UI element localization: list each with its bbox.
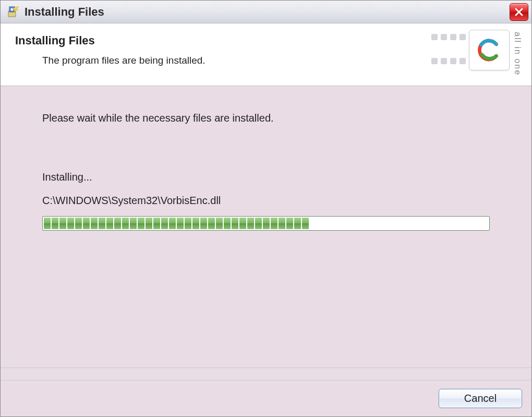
brand-badge: all in one [431,30,522,82]
installing-label: Installing... [42,171,490,183]
current-file-path: C:\WINDOWS\System32\VorbisEnc.dll [42,195,490,207]
installer-window: Installing Files Installing Files The pr… [0,0,532,417]
cancel-button[interactable]: Cancel [439,389,522,408]
header-section: Installing Files The program files are b… [1,23,531,86]
progress-bar [42,216,490,231]
logo-c-icon [475,36,503,64]
logo-card [469,30,510,70]
titlebar[interactable]: Installing Files [1,1,531,23]
body-section: Please wait while the necessary files ar… [1,86,531,368]
button-bar: Cancel [1,380,531,416]
close-button[interactable] [510,3,528,21]
installer-icon [7,6,19,18]
wait-message: Please wait while the necessary files ar… [42,112,490,124]
film-strip-icon [431,34,466,82]
titlebar-left: Installing Files [7,5,104,19]
close-icon [514,7,524,17]
badge-text: all in one [513,30,522,76]
footer-separator [1,368,531,380]
window-title: Installing Files [25,5,104,19]
